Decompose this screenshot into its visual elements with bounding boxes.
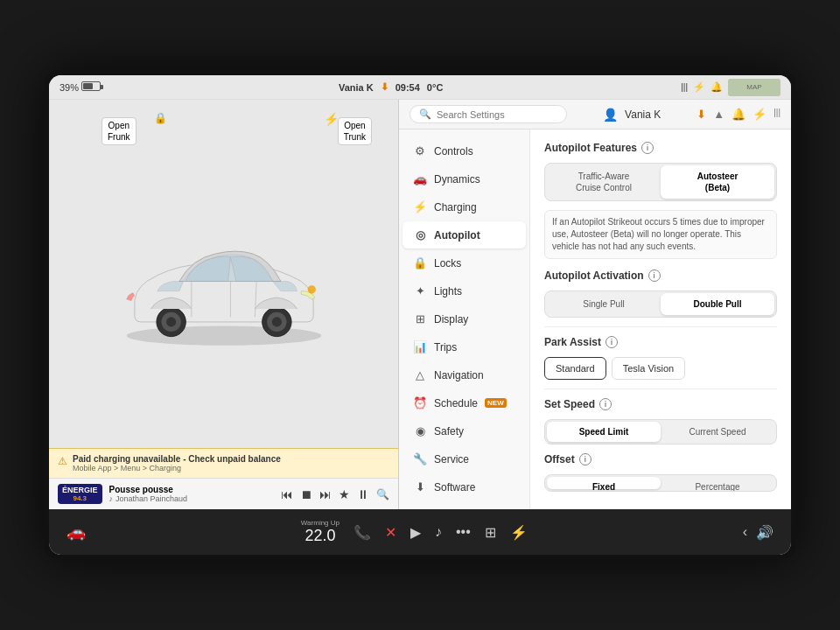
display-icon: ⊞	[413, 312, 427, 326]
single-pull-button[interactable]: Single Pull	[547, 293, 661, 315]
download-icon: ⬇	[381, 81, 388, 93]
activation-title: Autopilot Activation i	[544, 270, 777, 282]
fixed-button[interactable]: Fixed	[547, 477, 661, 489]
schedule-label: Schedule	[434, 397, 478, 410]
grid-bottom-icon[interactable]: ⊞	[485, 524, 496, 541]
search-music-button[interactable]: 🔍	[376, 488, 389, 500]
autopilot-mode-group: Traffic-Aware Cruise Control Autosteer (…	[544, 163, 777, 201]
sidebar-item-trips[interactable]: 📊 Trips	[402, 333, 526, 360]
music-player: ÉNERGIE 94.3 Pousse pousse ♪ Jonathan Pa…	[49, 478, 398, 509]
track-info: Pousse pousse ♪ Jonathan Painchaud	[109, 485, 274, 503]
sidebar-item-navigation[interactable]: △ Navigation	[402, 361, 526, 388]
station-frequency: 94.3	[62, 494, 98, 502]
offset-info[interactable]: i	[579, 453, 592, 466]
lights-icon: ✦	[413, 284, 427, 298]
set-speed-info[interactable]: i	[599, 398, 612, 410]
notification-subtitle: Mobile App > Menu > Charging	[73, 464, 389, 472]
wifi-status-icon: ▲	[713, 108, 724, 121]
svg-point-3	[166, 317, 176, 326]
notification-title: Paid charging unavailable - Check unpaid…	[73, 454, 389, 464]
status-bluetooth: ⚡	[693, 81, 705, 93]
schedule-icon: ⏰	[413, 396, 427, 410]
sidebar-item-service[interactable]: 🔧 Service	[402, 445, 526, 472]
service-icon: 🔧	[413, 452, 427, 466]
stop-button[interactable]: ⏹	[300, 487, 312, 501]
search-input[interactable]	[437, 109, 557, 120]
user-name-label: Vania K	[625, 108, 661, 121]
status-user: Vania K	[339, 82, 374, 93]
volume-icon[interactable]: 🔊	[756, 524, 774, 541]
current-speed-button[interactable]: Current Speed	[661, 422, 774, 442]
status-temp: 0°C	[427, 82, 443, 93]
sidebar-item-locks[interactable]: 🔒 Locks	[402, 249, 526, 276]
favorite-button[interactable]: ★	[339, 487, 350, 501]
lights-label: Lights	[434, 285, 462, 298]
status-right: ||| ⚡ 🔔 MAP	[681, 79, 780, 96]
search-bar[interactable]: 🔍	[410, 105, 567, 123]
status-battery: 39%	[60, 81, 101, 93]
user-avatar-icon: 👤	[603, 108, 618, 122]
download-status-icon[interactable]: ⬇	[696, 108, 706, 121]
locks-label: Locks	[434, 257, 461, 270]
service-label: Service	[434, 453, 469, 466]
dots-icon[interactable]: •••	[456, 524, 471, 540]
offset-title: Offset i	[544, 453, 777, 466]
arrow-left-icon[interactable]: ‹	[743, 524, 747, 540]
decline-icon[interactable]: ✕	[385, 524, 396, 541]
sidebar-item-controls[interactable]: ⚙ Controls	[402, 137, 526, 164]
percentage-button[interactable]: Percentage	[661, 477, 774, 489]
dynamics-icon: 🚗	[413, 172, 427, 186]
next-button[interactable]: ⏭	[319, 487, 332, 501]
header-icons: ⬇ ▲ 🔔 ⚡ |||	[696, 108, 780, 121]
notification-icon: ⚠	[58, 455, 67, 467]
sidebar-item-lights[interactable]: ✦ Lights	[402, 277, 526, 304]
temp-value: 22.0	[301, 527, 340, 545]
sidebar-item-schedule[interactable]: ⏰ Schedule NEW	[402, 389, 526, 416]
standard-button[interactable]: Standard	[544, 357, 606, 380]
station-name: ÉNERGIE	[62, 486, 98, 494]
note-icon: ♪	[109, 494, 114, 503]
park-assist-info[interactable]: i	[606, 336, 618, 348]
divider-1	[544, 326, 777, 327]
svg-point-0	[126, 326, 321, 346]
sidebar-item-safety[interactable]: ◉ Safety	[402, 417, 526, 444]
tesla-vision-button[interactable]: Tesla Vision	[612, 357, 686, 380]
software-label: Software	[434, 481, 475, 494]
autopilot-info-text: If an Autopilot Strikeout occurs 5 times…	[544, 210, 777, 259]
bluetooth-bottom-icon[interactable]: ⚡	[510, 524, 528, 541]
pause-button[interactable]: ⏸	[357, 487, 369, 501]
phone-icon[interactable]: 📞	[354, 524, 371, 541]
music-bottom-icon[interactable]: ♪	[435, 524, 442, 540]
sidebar-item-dynamics[interactable]: 🚗 Dynamics	[402, 165, 526, 192]
sidebar-item-charging[interactable]: ⚡ Charging	[402, 193, 526, 220]
open-frunk-label[interactable]: Open Frunk	[102, 117, 136, 145]
navigation-label: Navigation	[434, 369, 484, 382]
speed-limit-button[interactable]: Speed Limit	[547, 422, 661, 442]
music-controls[interactable]: ⏮ ⏹ ⏭ ★ ⏸ 🔍	[281, 487, 389, 501]
play-bottom-icon[interactable]: ▶	[410, 524, 421, 541]
sidebar-item-software[interactable]: ⬇ Software	[402, 473, 526, 500]
notification-text: Paid charging unavailable - Check unpaid…	[73, 454, 389, 472]
car-bottom-icon[interactable]: 🚗	[66, 522, 86, 542]
settings-body: ⚙ Controls 🚗 Dynamics ⚡ Charging ◎	[399, 130, 791, 509]
status-signal: |||	[681, 82, 688, 92]
sidebar-item-display[interactable]: ⊞ Display	[402, 305, 526, 332]
notification-bar: ⚠ Paid charging unavailable - Check unpa…	[49, 448, 398, 478]
charging-label: Charging	[434, 201, 477, 214]
autopilot-features-info[interactable]: i	[641, 142, 654, 154]
display-label: Display	[434, 313, 468, 326]
cruise-control-button[interactable]: Traffic-Aware Cruise Control	[547, 165, 661, 199]
locks-icon: 🔒	[413, 256, 427, 270]
software-icon: ⬇	[413, 480, 427, 494]
open-trunk-label[interactable]: Open Trunk	[338, 117, 372, 145]
double-pull-button[interactable]: Double Pull	[661, 293, 774, 315]
autosteer-button[interactable]: Autosteer (Beta)	[661, 165, 774, 199]
divider-2	[544, 388, 777, 389]
car-svg	[110, 226, 338, 348]
track-name: Pousse pousse	[109, 485, 274, 494]
dynamics-label: Dynamics	[434, 173, 480, 186]
prev-button[interactable]: ⏮	[281, 487, 293, 501]
speed-group: Speed Limit Current Speed	[544, 419, 777, 444]
activation-info[interactable]: i	[648, 270, 661, 282]
sidebar-item-autopilot[interactable]: ◎ Autopilot	[402, 221, 526, 248]
